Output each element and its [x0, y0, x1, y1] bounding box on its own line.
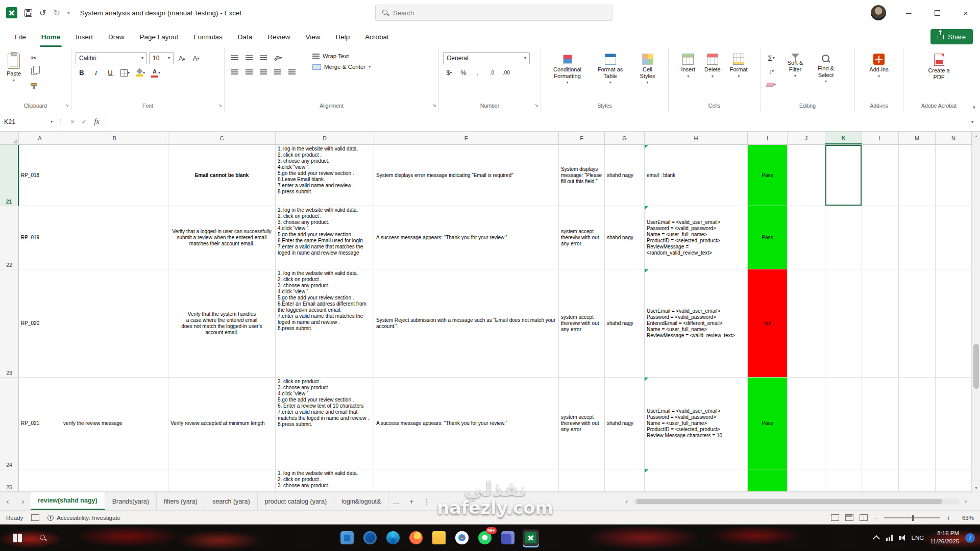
clipboard-dialog-launcher[interactable]: ↘ [65, 101, 69, 110]
vertical-scroll-track[interactable] [972, 140, 980, 484]
cell-L24[interactable] [862, 378, 899, 469]
network-icon[interactable] [886, 535, 893, 541]
scroll-right-button[interactable]: › [962, 497, 970, 505]
select-all-corner[interactable] [0, 132, 19, 144]
sort-filter-button[interactable]: Sort & Filter ▾ [782, 52, 808, 101]
cell-D21[interactable]: 1. log in the website with valid data. 2… [276, 145, 374, 206]
undo-button[interactable]: ↺ [39, 8, 46, 18]
page-break-view-button[interactable] [860, 514, 868, 521]
macro-record-icon[interactable] [31, 514, 39, 521]
normal-view-button[interactable] [831, 514, 839, 521]
cell-F25[interactable] [559, 469, 605, 492]
cell-D22[interactable]: 1. log in the website with valid data. 2… [276, 206, 374, 269]
selected-cell-K21[interactable] [825, 145, 862, 206]
accessibility-status[interactable]: Accessibility: Investigate [47, 515, 120, 521]
cell-G25[interactable] [605, 469, 645, 492]
cell-C25[interactable] [168, 469, 276, 492]
zoom-level[interactable]: 63% [957, 515, 974, 521]
cell-H21[interactable]: email : blank [645, 145, 748, 206]
taskbar-excel-icon[interactable] [523, 530, 539, 546]
column-header-G[interactable]: G [605, 132, 645, 144]
collapse-ribbon-button[interactable]: ∧ [972, 104, 976, 110]
autosum-button[interactable]: Σ▾ [765, 52, 778, 64]
center-button[interactable] [243, 66, 255, 78]
currency-button[interactable]: $▾ [443, 67, 455, 79]
cell-D24[interactable]: 2. click on product . 3. choose any prod… [276, 378, 374, 469]
column-header-N[interactable]: N [936, 132, 972, 144]
align-left-button[interactable] [229, 66, 241, 78]
number-dialog-launcher[interactable]: ↘ [534, 101, 538, 110]
cell-I24-status[interactable]: Pass [748, 378, 788, 469]
merge-center-button[interactable]: Merge & Center ▾ [309, 63, 374, 71]
cell-A25[interactable] [19, 469, 61, 492]
cell-N21[interactable] [936, 145, 972, 206]
underline-button[interactable]: U [104, 67, 116, 79]
cut-button[interactable]: ✂ [28, 52, 40, 64]
quick-access-customize-button[interactable]: ▾ [67, 10, 70, 16]
font-color-button[interactable]: A▾ [149, 67, 162, 79]
more-sheets-button[interactable]: … [388, 492, 404, 510]
top-align-button[interactable] [229, 52, 241, 64]
format-cells-button[interactable]: Format ▾ [727, 52, 750, 101]
ribbon-tab-file[interactable]: File [7, 26, 34, 48]
horizontal-scroll-thumb[interactable] [636, 499, 942, 504]
row-header-25[interactable]: 25 [0, 469, 19, 492]
cell-E24[interactable]: A success message appears: “Thank you fo… [374, 378, 559, 469]
column-header-J[interactable]: J [788, 132, 825, 144]
cell-J21[interactable] [788, 145, 825, 206]
scroll-down-button[interactable]: ▾ [972, 484, 980, 492]
number-format-select[interactable]: General▾ [443, 52, 530, 64]
cell-C24[interactable]: Verify review accepted at minimum length [168, 378, 276, 469]
scroll-up-button[interactable]: ▴ [972, 132, 980, 140]
taskbar-store-icon[interactable] [339, 530, 355, 546]
middle-align-button[interactable] [243, 52, 255, 64]
cell-N24[interactable] [936, 378, 972, 469]
fill-button[interactable]: ↓▾ [765, 65, 778, 77]
ribbon-tab-formulas[interactable]: Formulas [186, 26, 230, 48]
cell-E25[interactable] [374, 469, 559, 492]
cell-A21[interactable]: RP_018 [19, 145, 61, 206]
cell-F21[interactable]: System displays message: “Please fill ou… [559, 145, 605, 206]
percent-button[interactable]: % [457, 67, 470, 79]
increase-decimal-button[interactable]: .0 [486, 67, 498, 79]
horizontal-scroll-track[interactable] [633, 498, 960, 505]
cell-L21[interactable] [862, 145, 899, 206]
cell-E23[interactable]: System Reject submission with a message … [374, 269, 559, 378]
cell-N25[interactable] [936, 469, 972, 492]
name-box[interactable]: K21 ▾ [0, 112, 57, 131]
fill-color-button[interactable]: ▾ [134, 67, 147, 79]
cell-G23[interactable]: shahd nagy [605, 269, 645, 378]
cell-M24[interactable] [899, 378, 936, 469]
cell-E22[interactable]: A success message appears: “Thank you fo… [374, 206, 559, 269]
sheet-tab-review[interactable]: review(shahd nagy) [31, 492, 105, 510]
ribbon-tab-draw[interactable]: Draw [101, 26, 132, 48]
cell-I23-status[interactable]: fail [748, 269, 788, 378]
cell-B25[interactable] [61, 469, 168, 492]
cell-H24[interactable]: UserEmail = <valid_user_email> Password … [645, 378, 748, 469]
notification-badge[interactable]: 7 [965, 533, 975, 543]
language-indicator[interactable]: ENG [911, 535, 924, 541]
close-button[interactable]: × [951, 0, 980, 26]
minimize-button[interactable]: ─ [894, 0, 923, 26]
taskbar-edge-icon[interactable] [385, 530, 401, 546]
zoom-in-button[interactable]: + [946, 514, 950, 522]
ribbon-tab-data[interactable]: Data [230, 26, 260, 48]
cell-G21[interactable]: shahd nagy [605, 145, 645, 206]
column-header-L[interactable]: L [862, 132, 899, 144]
cell-K23[interactable] [825, 269, 862, 378]
column-header-E[interactable]: E [374, 132, 559, 144]
taskbar-outlook-icon[interactable] [362, 530, 378, 546]
align-right-button[interactable] [257, 66, 270, 78]
conditional-formatting-button[interactable]: Conditional Formatting ▾ [547, 52, 589, 101]
zoom-slider[interactable] [884, 517, 940, 518]
cell-N22[interactable] [936, 206, 972, 269]
cell-I25-status[interactable] [748, 469, 788, 492]
taskbar-chrome-icon[interactable] [454, 530, 470, 546]
bold-button[interactable]: B [76, 67, 88, 79]
avatar[interactable] [871, 5, 886, 20]
cell-I22-status[interactable]: Pass [748, 206, 788, 269]
decrease-indent-button[interactable] [272, 66, 284, 78]
cell-L22[interactable] [862, 206, 899, 269]
shrink-font-button[interactable]: A▾ [190, 53, 202, 64]
italic-button[interactable]: I [90, 67, 102, 79]
